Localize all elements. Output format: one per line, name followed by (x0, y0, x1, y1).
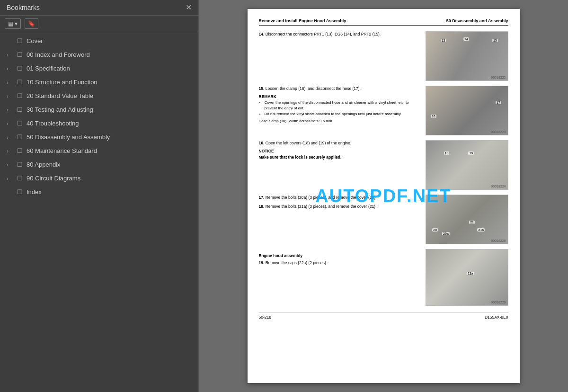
chevron-down-icon: ▾ (15, 20, 18, 27)
remark-bullets-15: Cover the openings of the disconnected h… (259, 100, 421, 117)
sidebar-item-60[interactable]: › ☐ 60 Maintenance Standard (0, 144, 198, 158)
step-14-text: 14. Disconnect the connectors PRT1 (13),… (259, 31, 421, 37)
bookmark-button[interactable]: 🔖 (25, 18, 38, 29)
step-14-number: 14. (259, 32, 265, 36)
tag-16: 16 (431, 115, 436, 118)
tag-15: 15 (492, 39, 498, 42)
step-17-18-image: 20 20a 21 21a 00018225 (426, 195, 508, 244)
img-code-15: 00018223 (491, 130, 506, 134)
chevron-icon: › (7, 121, 13, 126)
sidebar-item-30[interactable]: › ☐ 30 Testing and Adjusting (0, 103, 198, 116)
grid-icon: ▦ (8, 20, 13, 27)
doc-header-title: Remove and Install Engine Hood Assembly (259, 18, 346, 23)
step-18-text: 18. Remove the bolts (21a) (3 pieces), a… (259, 204, 421, 210)
bookmark-icon-20: ☐ (17, 92, 23, 99)
sidebar-item-label: 10 Structure and Function (27, 79, 98, 86)
sidebar-item-label: Index (27, 188, 42, 196)
step-17-number: 17. (259, 195, 265, 200)
step-15-text: 15. Loosen the clamp (16), and disconnec… (259, 86, 421, 126)
document-header: Remove and Install Engine Hood Assembly … (259, 18, 508, 26)
tag-18: 18 (444, 151, 450, 155)
notice-text-16: Make sure that the lock is securely appl… (259, 154, 421, 160)
document-footer: 50-218 D155AX-8E0 (259, 312, 508, 320)
step-17-18: 17. Remove the bolts (20a) (3 pieces), a… (259, 195, 508, 244)
step-16-image: 18 19 00018224 (426, 140, 508, 190)
img-code-16: 00018224 (491, 185, 506, 188)
hose-spec: Hose clamp (16): Width across flats 9.5 … (259, 118, 421, 124)
sidebar-item-label: 80 Appendix (27, 161, 61, 168)
step-15-number: 15. (259, 86, 265, 91)
sidebar-item-cover[interactable]: › ☐ Cover (0, 34, 198, 48)
step-17-text: 17. Remove the bolts (20a) (3 pieces), a… (259, 195, 421, 201)
remark-bullet-2: Do not remove the vinyl sheet attached t… (265, 111, 421, 117)
sidebar-item-label: 30 Testing and Adjusting (27, 106, 93, 113)
engine-hood-heading: Engine hood assembly (259, 253, 421, 259)
sidebar-title: Bookmarks (7, 4, 40, 11)
sidebar-item-index[interactable]: › ☐ Index (0, 185, 198, 199)
sidebar-item-40[interactable]: › ☐ 40 Troubleshooting (0, 116, 198, 130)
step-16-text: 16. Open the left covers (18) and (19) o… (259, 140, 421, 162)
step-14: 14. Disconnect the connectors PRT1 (13),… (259, 31, 508, 81)
step-17-18-text: 17. Remove the bolts (20a) (3 pieces), a… (259, 195, 421, 210)
sidebar-item-90[interactable]: › ☐ 90 Circuit Diagrams (0, 171, 198, 185)
view-options-button[interactable]: ▦ ▾ (5, 18, 21, 29)
notice-box-16: NOTICE Make sure that the lock is secure… (259, 148, 421, 160)
chevron-icon: › (7, 93, 13, 99)
sidebar-item-label: 20 Standard Value Table (27, 92, 93, 99)
bookmark-icon-30: ☐ (17, 106, 23, 113)
tag-21: 21 (469, 221, 475, 224)
bookmark-icon: 🔖 (28, 20, 35, 27)
sidebar-item-50[interactable]: › ☐ 50 Disassembly and Assembly (0, 130, 198, 144)
bookmark-icon-90: ☐ (17, 175, 23, 182)
bookmark-icon-50: ☐ (17, 134, 23, 141)
remark-bullet-1: Cover the openings of the disconnected h… (265, 100, 421, 111)
sidebar-item-label: 60 Maintenance Standard (27, 147, 97, 154)
step-19-desc: 19. Remove the caps (22a) (2 pieces). (259, 260, 421, 266)
sidebar-item-label: 40 Troubleshooting (27, 120, 79, 127)
step-15-image: 16 17 00018223 (426, 86, 508, 135)
tag-17: 17 (496, 101, 501, 104)
sidebar-item-label: 90 Circuit Diagrams (27, 175, 80, 182)
main-content: AUTOPDF.NET Remove and Install Engine Ho… (199, 0, 568, 392)
document-page: Remove and Install Engine Hood Assembly … (248, 9, 520, 383)
step-19: Engine hood assembly 19. Remove the caps… (259, 249, 508, 306)
step-19-text: Engine hood assembly 19. Remove the caps… (259, 249, 421, 266)
bookmark-icon-40: ☐ (17, 120, 23, 127)
chevron-icon: › (7, 107, 13, 113)
step-16: 16. Open the left covers (18) and (19) o… (259, 140, 508, 190)
img-code-17-18: 00018225 (491, 239, 506, 242)
chevron-icon: › (7, 176, 13, 181)
tag-22a: 22a (467, 272, 474, 275)
tag-21a: 21a (477, 228, 485, 232)
chevron-icon: › (7, 162, 13, 168)
sidebar-close-button[interactable]: ✕ (186, 4, 192, 11)
step-14-image: 13 14 15 00018222 (426, 31, 508, 81)
chevron-icon: › (7, 148, 13, 154)
sidebar-item-20[interactable]: › ☐ 20 Standard Value Table (0, 89, 198, 103)
sidebar-header: Bookmarks ✕ (0, 0, 198, 16)
tag-14: 14 (463, 37, 469, 41)
tag-19: 19 (468, 151, 474, 155)
sidebar-item-00[interactable]: › ☐ 00 Index and Foreword (0, 48, 198, 62)
bookmark-icon-10: ☐ (17, 79, 23, 86)
sidebar-item-label: Cover (27, 37, 43, 45)
sidebar-item-10[interactable]: › ☐ 10 Structure and Function (0, 75, 198, 89)
bookmark-icon-01: ☐ (17, 65, 23, 72)
step-16-number: 16. (259, 141, 265, 145)
img-code-14: 00018222 (491, 76, 506, 79)
step-18-number: 18. (259, 204, 265, 209)
sidebar-item-01[interactable]: › ☐ 01 Specification (0, 62, 198, 75)
chevron-icon: › (7, 52, 13, 58)
img-code-19: 00018229 (491, 301, 506, 304)
notice-title-16: NOTICE (259, 148, 421, 154)
step-15: 15. Loosen the clamp (16), and disconnec… (259, 86, 508, 135)
doc-footer-page: 50-218 (259, 315, 271, 320)
sidebar-items-list: › ☐ Cover › ☐ 00 Index and Foreword › ☐ … (0, 32, 198, 392)
bookmark-icon-00: ☐ (17, 51, 23, 58)
sidebar-item-label: 50 Disassembly and Assembly (27, 134, 110, 141)
bookmark-icon-60: ☐ (17, 147, 23, 154)
chevron-icon: › (7, 66, 13, 71)
step-19-image: 22a 00018229 (426, 249, 508, 306)
sidebar-item-80[interactable]: › ☐ 80 Appendix (0, 158, 198, 171)
bookmark-icon-index: ☐ (17, 188, 23, 196)
